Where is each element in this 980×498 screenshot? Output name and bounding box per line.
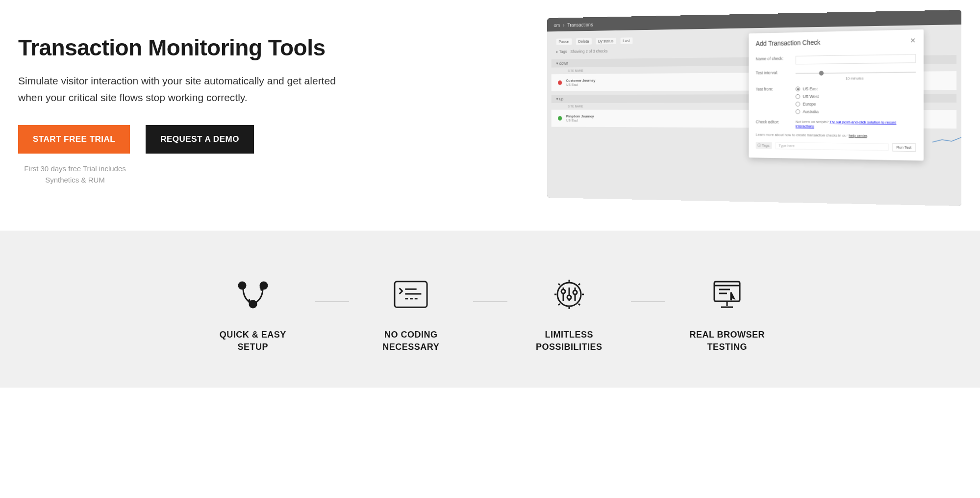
- feature-no-coding: NO CODINGNECESSARY: [354, 280, 468, 353]
- feature-limitless: LIMITLESSPOSSIBILITIES: [512, 280, 627, 353]
- filter-by-status[interactable]: By status: [596, 38, 616, 45]
- cta-row: START FREE TRIAL REQUEST A DEMO: [18, 125, 475, 154]
- label-interval: Test interval:: [756, 70, 796, 81]
- terminal-icon: [394, 280, 428, 309]
- feature-quick-setup: QUICK & EASYSETUP: [196, 280, 310, 353]
- feature-separator: [315, 301, 349, 302]
- check-name: Customer Journey: [566, 79, 596, 83]
- radio-icon: [796, 102, 800, 106]
- branch-icon: [236, 280, 270, 309]
- svg-point-0: [239, 282, 246, 289]
- feature-separator: [631, 301, 665, 302]
- showing-count: Showing 2 of 3 checks: [570, 49, 607, 53]
- slider-thumb[interactable]: [819, 71, 824, 76]
- tags-input[interactable]: Type here: [776, 142, 888, 151]
- radio-australia[interactable]: Australia: [796, 109, 916, 114]
- filter-pause[interactable]: Pause: [556, 38, 572, 45]
- check-region: US East: [566, 82, 596, 87]
- filter-last[interactable]: Last: [620, 37, 632, 44]
- check-name: Pingdom Journey: [566, 114, 594, 118]
- feature-label: QUICK & EASYSETUP: [220, 329, 286, 353]
- tags-label: ▸ Tags: [556, 49, 567, 53]
- gear-sliders-icon: [552, 280, 586, 309]
- svg-point-13: [573, 290, 577, 294]
- request-demo-button[interactable]: REQUEST A DEMO: [146, 125, 254, 154]
- features-section: QUICK & EASYSETUP NO CODINGNECESSARY: [0, 231, 980, 388]
- sparkline-chart: [932, 132, 961, 148]
- radio-icon: [796, 87, 800, 92]
- features-row: QUICK & EASYSETUP NO CODINGNECESSARY: [196, 280, 784, 353]
- feature-browser-testing: REAL BROWSERTESTING: [670, 280, 784, 353]
- help-center-link[interactable]: help center: [849, 133, 867, 138]
- page-title: Transaction Monitoring Tools: [18, 34, 475, 61]
- svg-rect-14: [714, 282, 740, 301]
- close-icon[interactable]: ✕: [910, 36, 916, 44]
- add-transaction-modal: Add Transaction Check ✕ Name of check: T…: [749, 29, 924, 161]
- radio-europe[interactable]: Europe: [796, 102, 916, 106]
- feature-label: REAL BROWSERTESTING: [689, 329, 765, 353]
- check-info: Customer Journey US East: [566, 79, 596, 87]
- modal-row-name: Name of check:: [749, 51, 924, 68]
- modal-row-interval: Test interval: 10 minutes: [749, 66, 924, 84]
- status-dot-up: [558, 116, 562, 121]
- hero-screenshot-container: om › Transactions Pause Delete By status…: [504, 10, 961, 206]
- radio-us-east[interactable]: US East: [796, 86, 916, 91]
- modal-row-editor: Check editor: Not keen on scripts? Try o…: [749, 117, 924, 132]
- svg-point-11: [567, 295, 571, 299]
- region-radio-list: US East US West Europe Australia: [796, 86, 916, 114]
- breadcrumb-separator: ›: [563, 22, 564, 27]
- check-region: US East: [566, 118, 594, 122]
- tags-badge: ⓘ Tags:: [756, 142, 772, 149]
- page-description: Simulate visitor interaction with your s…: [18, 73, 337, 105]
- modal-header: Add Transaction Check ✕: [749, 29, 924, 54]
- trial-note: First 30 days free Trial includes Synthe…: [18, 163, 132, 185]
- check-name-input[interactable]: [796, 54, 916, 64]
- svg-point-9: [561, 289, 565, 293]
- radio-icon: [796, 94, 800, 99]
- hero-section: Transaction Monitoring Tools Simulate vi…: [0, 0, 980, 231]
- check-info: Pingdom Journey US East: [566, 114, 594, 123]
- label-from: Test from:: [756, 87, 796, 114]
- feature-separator: [473, 301, 507, 302]
- app-screenshot: om › Transactions Pause Delete By status…: [548, 10, 962, 206]
- interval-value: 10 minutes: [796, 76, 916, 81]
- modal-title: Add Transaction Check: [756, 38, 821, 47]
- radio-us-west[interactable]: US West: [796, 94, 916, 99]
- editor-hint: Not keen on scripts? Try our point-and-c…: [796, 120, 916, 129]
- label-name: Name of check:: [756, 56, 796, 65]
- interval-slider[interactable]: [796, 72, 916, 74]
- modal-footer: ⓘ Tags: Type here Run Test: [749, 138, 924, 155]
- breadcrumb-current: Transactions: [567, 22, 593, 27]
- breadcrumb-prefix: om: [554, 23, 560, 28]
- feature-label: NO CODINGNECESSARY: [382, 329, 439, 353]
- monitor-icon: [710, 280, 744, 309]
- modal-row-from: Test from: US East US West Europe Austra…: [749, 83, 924, 117]
- label-editor: Check editor:: [756, 120, 796, 129]
- feature-label: LIMITLESSPOSSIBILITIES: [536, 329, 603, 353]
- filter-delete[interactable]: Delete: [576, 38, 592, 45]
- start-free-trial-button[interactable]: START FREE TRIAL: [18, 125, 130, 154]
- status-dot-down: [558, 80, 562, 85]
- radio-icon: [796, 109, 800, 114]
- run-test-button[interactable]: Run Test: [892, 143, 916, 152]
- hero-content: Transaction Monitoring Tools Simulate vi…: [18, 10, 475, 185]
